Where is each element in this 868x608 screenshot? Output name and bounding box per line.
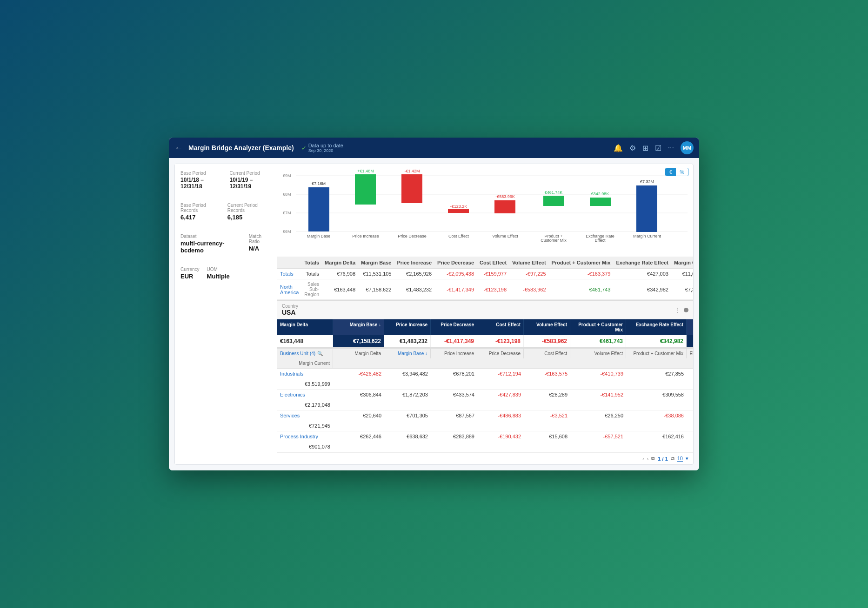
svg-text:Price Increase: Price Increase [352,234,379,238]
avatar[interactable]: MM [681,141,694,154]
na-price-increase: €1,483,232 [394,279,434,300]
na-label[interactable]: North America [277,279,301,300]
bu-electronics-cost-effect: €28,289 [524,390,570,400]
euro-toggle[interactable]: € [666,168,676,176]
svg-text:€6M: €6M [283,229,291,234]
rows-dropdown-icon[interactable]: ▾ [686,456,688,462]
uom-label: UOM [207,267,230,272]
match-ratio-value: N/A [249,245,271,252]
sub-table-header: Business Unit (4) 🔍 Margin Delta Margin … [277,349,693,369]
check-square-icon[interactable]: ☑ [655,144,661,152]
copy-icon[interactable]: ⧉ [651,456,655,462]
usa-header: Country USA ⋮ [277,301,693,319]
sel-col-margin-base[interactable]: Margin Base ↓ [333,319,384,335]
bu-col-price-increase: Price Increase [431,349,477,358]
price-decrease-bar[interactable] [401,174,422,203]
bu-row-industrials: Industrials -€426,482 €3,946,482 €678,20… [277,369,693,390]
bu-col-price-decrease: Price Decrease [477,349,524,358]
more-icon[interactable]: ··· [668,144,674,152]
svg-text:Margin Current: Margin Current [633,234,661,238]
waterfall-chart: €9M €8M €7M €6M €7.16M Margin Base [283,169,688,245]
bu-services-exchange-rate: €35,312 [687,410,693,421]
bu-col-volume-effect: Volume Effect [570,349,626,358]
margin-base-bar[interactable] [308,187,329,231]
bu-industrials-volume-effect: -€410,739 [570,369,626,379]
bu-industrials-exchange-rate: €153,970 [687,369,693,379]
totals-margin-base: €11,531,105 [358,269,394,279]
gear-icon[interactable]: ⚙ [629,144,636,152]
app-window: ← Margin Bridge Analyzer (Example) ✓ Dat… [169,138,699,470]
bu-industrials-price-decrease: -€712,194 [477,369,524,379]
bu-electronics-margin-base: €1,872,203 [384,390,431,400]
sel-val-margin-current: €7,322,070 [687,335,693,347]
bu-process-margin-delta: €262,446 [333,431,384,442]
svg-text:-€123.2K: -€123.2K [450,204,467,209]
volume-effect-bar[interactable] [494,200,515,213]
sel-val-exchange-rate: €342,982 [626,335,687,347]
margin-current-bar[interactable] [636,185,657,232]
bu-electronics-label[interactable]: Electronics [277,390,333,400]
main-table: Totals Margin Delta Margin Base Price In… [277,257,693,300]
base-period-value: 10/1/18 – 12/31/18 [180,177,222,190]
bu-services-price-increase: €87,567 [431,410,477,421]
sel-val-cost-effect: -€123,198 [477,335,524,347]
country-value: USA [282,309,298,316]
sel-val-product-mix: €461,743 [570,335,626,347]
col-header-price-increase: Price Increase [394,257,434,269]
bu-services-margin-current: €721,945 [277,421,333,431]
bu-services-margin-delta: €20,640 [333,410,384,421]
sel-val-margin-base: €7,158,622 [333,335,384,347]
current-records-label: Current Period Records [227,203,271,213]
bu-services-label[interactable]: Services [277,410,333,421]
bu-services-cost-effect: -€3,521 [524,410,570,421]
table-area: Totals Margin Delta Margin Base Price In… [277,257,693,464]
bu-industrials-label[interactable]: Industrials [277,369,333,379]
svg-text:€461.74K: €461.74K [545,190,563,195]
svg-text:Price Decrease: Price Decrease [398,234,427,238]
bu-process-cost-effect: €15,608 [524,431,570,442]
sel-col-margin-current: Margin Current [687,319,693,335]
price-increase-bar[interactable] [355,174,376,205]
prev-page-button[interactable]: ‹ [642,456,644,462]
na-margin-delta: €163,448 [322,279,358,300]
search-icon[interactable]: 🔍 [317,351,323,356]
bu-industrials-cost-effect: -€163,575 [524,369,570,379]
base-records-label: Base Period Records [180,203,220,213]
col-header-totals: Totals [301,257,322,269]
svg-text:Cost Effect: Cost Effect [448,234,469,238]
sel-col-margin-delta: Margin Delta [277,319,333,335]
bu-process-label[interactable]: Process Industry [277,431,333,442]
col-header-label [277,257,301,269]
data-status: ✓ Data up to date Sep 30, 2020 [301,143,343,153]
dataset-value: multi-currency-bcdemo [180,240,241,254]
svg-text:€7.16M: €7.16M [312,181,326,186]
svg-text:€8M: €8M [283,192,291,197]
more-icon[interactable]: ⋮ [674,307,680,313]
bu-services-product-mix: -€38,086 [626,410,687,421]
exchange-rate-bar[interactable] [590,198,611,206]
rows-per-page[interactable]: 10 [677,456,683,462]
sel-col-product-mix: Product + Customer Mix [570,319,626,335]
sel-val-volume-effect: -€583,962 [524,335,570,347]
totals-label[interactable]: Totals [277,269,301,279]
na-price-decrease: -€1,417,349 [434,279,477,300]
na-margin-base: €7,158,622 [358,279,394,300]
na-exchange-rate: €342,982 [613,279,671,300]
chart-area: € % €9M €8M €7M €6M [277,164,693,257]
sel-val-margin-delta: €163,448 [277,335,333,347]
grid-icon[interactable]: ⊞ [642,144,648,152]
back-button[interactable]: ← [174,143,183,153]
next-page-button[interactable]: › [647,456,649,462]
cost-effect-bar[interactable] [448,209,469,213]
col-header-price-decrease: Price Decrease [434,257,477,269]
bu-row-electronics: Electronics €306,844 €1,872,203 €433,574… [277,390,693,410]
dot-indicator [684,308,688,312]
product-mix-bar[interactable] [543,196,564,206]
totals-margin-delta: €76,908 [322,269,358,279]
current-period-label: Current Period [230,171,272,176]
totals-exchange-rate: €427,003 [613,269,671,279]
svg-text:€9M: €9M [283,173,291,178]
percent-toggle[interactable]: % [676,168,688,176]
na-sub: Sales Sub-Region [301,279,322,300]
bell-icon[interactable]: 🔔 [614,144,623,152]
